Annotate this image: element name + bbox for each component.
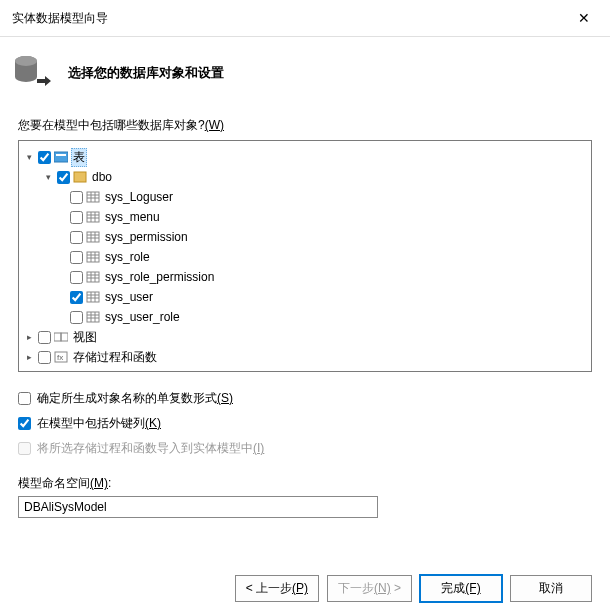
tables-checkbox[interactable] bbox=[38, 151, 51, 164]
table-icon bbox=[86, 291, 100, 303]
window-title: 实体数据模型向导 bbox=[12, 10, 108, 27]
node-label[interactable]: dbo bbox=[90, 169, 114, 185]
next-button: 下一步(N) > bbox=[327, 575, 412, 602]
option-pluralize[interactable]: 确定所生成对象名称的单复数形式(S) bbox=[18, 390, 592, 407]
schema-checkbox[interactable] bbox=[57, 171, 70, 184]
svg-rect-2 bbox=[54, 152, 68, 162]
option-fkcols[interactable]: 在模型中包括外键列(K) bbox=[18, 415, 592, 432]
svg-rect-41 bbox=[61, 333, 68, 341]
views-checkbox[interactable] bbox=[38, 331, 51, 344]
option-importprocs: 将所选存储过程和函数导入到实体模型中(I) bbox=[18, 440, 592, 457]
svg-rect-4 bbox=[74, 172, 86, 182]
procs-checkbox[interactable] bbox=[38, 351, 51, 364]
table-checkbox[interactable] bbox=[70, 211, 83, 224]
object-tree[interactable]: 表 dbo sys_Loguser sys_menu sys_permissio… bbox=[18, 140, 592, 372]
page-title: 选择您的数据库对象和设置 bbox=[68, 64, 224, 82]
svg-rect-5 bbox=[87, 192, 99, 202]
svg-rect-20 bbox=[87, 252, 99, 262]
table-checkbox[interactable] bbox=[70, 191, 83, 204]
svg-text:fx: fx bbox=[57, 353, 63, 362]
table-checkbox[interactable] bbox=[70, 231, 83, 244]
importprocs-checkbox bbox=[18, 442, 31, 455]
namespace-input[interactable] bbox=[18, 496, 378, 518]
procs-icon: fx bbox=[54, 351, 68, 363]
table-checkbox[interactable] bbox=[70, 311, 83, 324]
table-checkbox[interactable] bbox=[70, 271, 83, 284]
views-icon bbox=[54, 331, 68, 343]
tree-node-table[interactable]: sys_Loguser bbox=[23, 187, 587, 207]
node-label[interactable]: 表 bbox=[71, 148, 87, 167]
node-label[interactable]: sys_Loguser bbox=[103, 189, 175, 205]
node-label[interactable]: sys_user_role bbox=[103, 309, 182, 325]
prev-button[interactable]: < 上一步(P) bbox=[235, 575, 319, 602]
table-checkbox[interactable] bbox=[70, 251, 83, 264]
table-icon bbox=[86, 271, 100, 283]
node-label[interactable]: 视图 bbox=[71, 328, 99, 347]
chevron-right-icon[interactable] bbox=[23, 351, 35, 363]
tree-node-table[interactable]: sys_role bbox=[23, 247, 587, 267]
svg-point-1 bbox=[15, 56, 37, 66]
svg-rect-15 bbox=[87, 232, 99, 242]
database-wizard-icon bbox=[12, 53, 52, 93]
tree-node-table[interactable]: sys_user_role bbox=[23, 307, 587, 327]
fkcols-checkbox[interactable] bbox=[18, 417, 31, 430]
node-label[interactable]: sys_user bbox=[103, 289, 155, 305]
svg-rect-30 bbox=[87, 292, 99, 302]
table-icon bbox=[86, 191, 100, 203]
table-checkbox[interactable] bbox=[70, 291, 83, 304]
node-label[interactable]: sys_role_permission bbox=[103, 269, 216, 285]
tree-node-table[interactable]: sys_user bbox=[23, 287, 587, 307]
finish-button[interactable]: 完成(F) bbox=[420, 575, 502, 602]
svg-rect-3 bbox=[56, 154, 66, 156]
node-label[interactable]: 存储过程和函数 bbox=[71, 348, 159, 367]
table-icon bbox=[86, 311, 100, 323]
prompt-label: 您要在模型中包括哪些数据库对象?(W) bbox=[18, 117, 592, 134]
tree-node-procs[interactable]: fx 存储过程和函数 bbox=[23, 347, 587, 367]
tree-node-schema[interactable]: dbo bbox=[23, 167, 587, 187]
tree-node-table[interactable]: sys_permission bbox=[23, 227, 587, 247]
table-icon bbox=[86, 231, 100, 243]
tables-folder-icon bbox=[54, 151, 68, 163]
svg-rect-10 bbox=[87, 212, 99, 222]
node-label[interactable]: sys_menu bbox=[103, 209, 162, 225]
tree-node-table[interactable]: sys_menu bbox=[23, 207, 587, 227]
table-icon bbox=[86, 251, 100, 263]
schema-icon bbox=[73, 171, 87, 183]
svg-rect-25 bbox=[87, 272, 99, 282]
node-label[interactable]: sys_permission bbox=[103, 229, 190, 245]
table-icon bbox=[86, 211, 100, 223]
svg-rect-40 bbox=[54, 333, 61, 341]
node-label[interactable]: sys_role bbox=[103, 249, 152, 265]
chevron-down-icon[interactable] bbox=[42, 171, 54, 183]
chevron-down-icon[interactable] bbox=[23, 151, 35, 163]
tree-node-tables[interactable]: 表 bbox=[23, 147, 587, 167]
namespace-label: 模型命名空间(M): bbox=[18, 475, 592, 492]
pluralize-checkbox[interactable] bbox=[18, 392, 31, 405]
tree-node-views[interactable]: 视图 bbox=[23, 327, 587, 347]
chevron-right-icon[interactable] bbox=[23, 331, 35, 343]
tree-node-table[interactable]: sys_role_permission bbox=[23, 267, 587, 287]
svg-rect-35 bbox=[87, 312, 99, 322]
cancel-button[interactable]: 取消 bbox=[510, 575, 592, 602]
close-icon[interactable]: ✕ bbox=[570, 8, 598, 28]
